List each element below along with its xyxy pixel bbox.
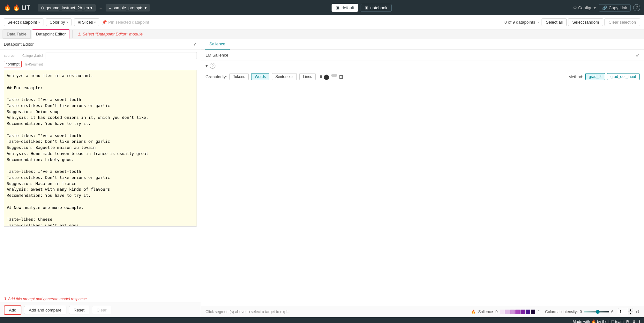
color-by-button[interactable]: Color by ▾ — [46, 18, 71, 26]
select-datapoint-button[interactable]: Select datapoint ▾ — [4, 18, 43, 26]
nav-tags: ▣ default ⊞ notebook — [153, 4, 571, 12]
bottom-actions: Add Add and compare Reset Clear — [0, 303, 201, 317]
lm-controls: ▾ ? — [201, 60, 644, 71]
color-box-3 — [510, 310, 515, 314]
dp-editor-header: Datapoint Editor ⤢ — [0, 39, 201, 50]
lm-expand-icon[interactable]: ⤢ — [636, 52, 640, 58]
salience-max: 1 — [538, 310, 540, 314]
question-mark-icon: ? — [636, 5, 638, 10]
pin-label: Pin selected datapoint — [108, 20, 149, 25]
granularity-words-button[interactable]: Words — [251, 73, 269, 80]
method-grad-l2-button[interactable]: grad_l2 — [585, 73, 605, 80]
salience-content-area — [201, 82, 644, 306]
clear-selection-button[interactable]: Clear selection — [604, 18, 640, 26]
status-text: Click segment(s) above to select a targe… — [206, 310, 468, 314]
clear-button[interactable]: Clear — [92, 306, 111, 314]
granularity-lines-button[interactable]: Lines — [299, 73, 316, 80]
add-compare-button[interactable]: Add and compare — [24, 306, 66, 314]
prompt-textarea[interactable]: Analyze a menu item in a restaurant. ## … — [4, 70, 197, 227]
source-field-row: source CategoryLabel — [4, 52, 197, 59]
slices-button[interactable]: ▣ Slices ▾ — [74, 18, 100, 26]
tab-salience[interactable]: Salience — [205, 39, 230, 50]
grid-icon[interactable]: ⊞ — [339, 74, 343, 80]
settings-icon[interactable]: ⚙ — [625, 319, 630, 323]
nav-right-arrow[interactable]: › — [536, 19, 540, 25]
toggle-track — [331, 74, 337, 77]
salience-tab-label: Salience — [209, 42, 225, 46]
configure-button[interactable]: ⚙ Configure — [573, 5, 596, 10]
lm-dropdown-icon[interactable]: ▾ — [206, 63, 208, 68]
select-datapoint-label: Select datapoint — [7, 20, 37, 25]
left-tabs: Data Table Datapoint Editor — [0, 29, 72, 39]
dataset-selector[interactable]: ≡ sample_prompts ▾ — [106, 4, 150, 12]
salience-icon: 🔥 — [471, 310, 476, 314]
color-box-4 — [515, 310, 520, 314]
add-button[interactable]: Add — [4, 305, 21, 315]
step3-hint-text: 3. Add this prompt and generate model re… — [4, 297, 88, 301]
colormap-intensity-label: Colormap intensity: — [545, 310, 578, 314]
pin-icon: 📌 — [102, 20, 107, 25]
nav-tag-notebook[interactable]: ⊞ notebook — [361, 4, 392, 12]
prompt-row: *prompt TextSegment — [4, 61, 197, 67]
prompt-textarea-wrap: Analyze a menu item in a restaurant. ## … — [4, 70, 197, 296]
datapoints-nav-text: 0 of 9 datapoints — [505, 20, 535, 25]
method-controls: Method: grad_l2 grad_dot_input — [568, 73, 640, 80]
refresh-icon[interactable]: ↺ — [636, 309, 640, 314]
source-input[interactable] — [46, 52, 197, 59]
granularity-tokens-button[interactable]: Tokens — [229, 73, 249, 80]
source-label: source — [4, 54, 20, 58]
model-name: gemma_instruct_2b_en — [46, 5, 89, 10]
method-label: Method: — [568, 74, 583, 79]
intensity-slider-wrap — [584, 310, 609, 314]
prompt-label: *prompt — [4, 61, 22, 67]
colormap-intensity: Colormap intensity: 0 6 — [545, 310, 613, 314]
color-box-6 — [526, 310, 530, 314]
intensity-thumb[interactable] — [596, 310, 600, 314]
select-all-button[interactable]: Select all — [542, 18, 567, 26]
module-tabs-row: Data Table Datapoint Editor 1. Select "D… — [0, 29, 644, 39]
color-box-7 — [531, 310, 535, 314]
notebook-grid-icon: ⊞ — [365, 5, 368, 10]
slices-label: Slices — [82, 20, 93, 25]
salience-label: Salience — [478, 310, 493, 314]
list-icon[interactable]: ≡ — [319, 74, 322, 80]
stepper-up-button[interactable]: ▲ — [628, 308, 633, 312]
download-icon[interactable]: ⬇ — [632, 319, 636, 323]
stepper-input[interactable] — [618, 310, 628, 314]
footer-made-with: Made with — [573, 319, 590, 323]
nav-tag-default[interactable]: ▣ default — [332, 4, 358, 12]
tab-datapoint-editor[interactable]: Datapoint Editor — [32, 29, 70, 39]
left-panel: Datapoint Editor ⤢ source CategoryLabel … — [0, 39, 201, 317]
prompt-label-box: *prompt TextSegment — [4, 61, 43, 67]
pin-datapoint-button[interactable]: 📌 Pin selected datapoint — [102, 20, 149, 25]
granularity-sentences-button[interactable]: Sentences — [272, 73, 297, 80]
tab-data-table[interactable]: Data Table — [3, 29, 31, 39]
select-random-button[interactable]: Select random — [568, 18, 603, 26]
stepper-down-button[interactable]: ▼ — [628, 312, 633, 315]
method-grad-dot-button[interactable]: grad_dot_input — [607, 73, 640, 80]
right-tabs: Salience — [201, 39, 644, 50]
reset-button[interactable]: Reset — [69, 306, 89, 314]
footer-flame-icon: 🔥 — [591, 319, 596, 323]
granularity-icons: ≡ ⬤ ⊞ — [319, 74, 343, 80]
info-icon[interactable]: ℹ — [639, 319, 640, 323]
nav-separator: ≡ — [100, 5, 102, 10]
circle-icon[interactable]: ⬤ — [324, 74, 329, 80]
copy-link-button[interactable]: 🔗 Copy Link — [599, 4, 631, 12]
color-box-1 — [500, 310, 505, 314]
model-chevron-icon: ▾ — [90, 5, 93, 10]
colormap-boxes — [500, 310, 535, 314]
nav-right-actions: ⚙ Configure 🔗 Copy Link ? — [573, 4, 640, 12]
configure-label: Configure — [578, 5, 596, 10]
expand-icon[interactable]: ⤢ — [193, 42, 197, 47]
nav-left-arrow[interactable]: ‹ — [499, 19, 503, 25]
dataset-name: sample_prompts — [113, 5, 143, 10]
lm-help-button[interactable]: ? — [210, 63, 215, 69]
toolbar-right: ‹ 0 of 9 datapoints › Select all Select … — [499, 18, 640, 26]
granularity-row: Granularity: Tokens Words Sentences Line… — [201, 71, 644, 82]
color-by-label: Color by — [49, 20, 65, 25]
stepper: ▲ ▼ — [618, 308, 633, 315]
step3-hint-row: 3. Add this prompt and generate model re… — [0, 296, 201, 303]
model-selector[interactable]: ⊙ gemma_instruct_2b_en ▾ — [38, 4, 96, 12]
help-button[interactable]: ? — [633, 4, 640, 11]
